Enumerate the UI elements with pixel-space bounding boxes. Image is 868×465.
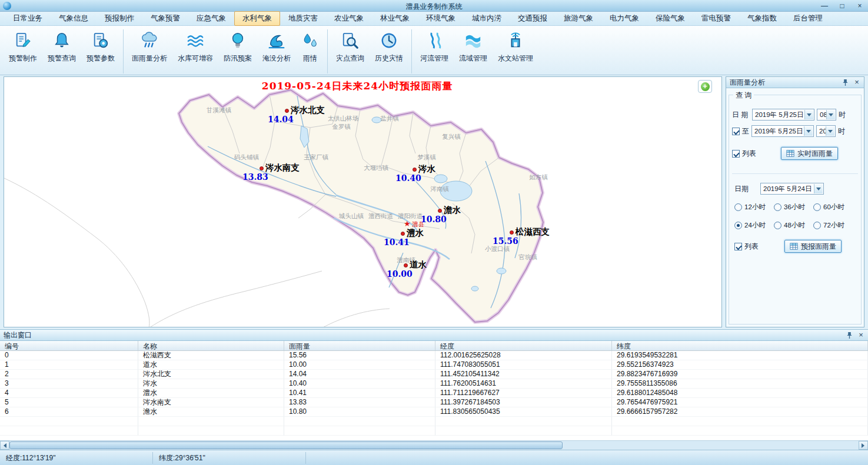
menu-item[interactable]: 气象指数 xyxy=(739,11,785,26)
duration-radio-option[interactable]: 60小时 xyxy=(813,198,853,216)
maximize-button[interactable]: □ xyxy=(837,1,847,11)
table-row[interactable]: 1 道水 10.00 111.747083055051 29.552156374… xyxy=(0,360,868,370)
chevron-down-icon[interactable] xyxy=(826,110,835,119)
toolbar-button[interactable]: 雨情 xyxy=(296,29,328,73)
radio-icon[interactable] xyxy=(734,203,742,211)
menu-item[interactable]: 气象信息 xyxy=(51,11,97,26)
radio-icon[interactable] xyxy=(774,203,781,211)
duration-radio-option[interactable]: 36小时 xyxy=(774,198,813,216)
zoom-in-button[interactable]: + xyxy=(698,80,712,93)
menu-item[interactable]: 农业气象 xyxy=(326,11,372,26)
panel-close-icon[interactable]: × xyxy=(853,79,860,86)
toolbar-button[interactable]: 预警查询 xyxy=(42,29,81,73)
duration-radio-option[interactable]: 24小时 xyxy=(734,216,774,235)
table-row[interactable]: 0 松滋西支 15.56 112.001625625028 29.6193549… xyxy=(0,351,868,360)
column-header[interactable]: 编号 xyxy=(0,341,138,350)
radio-icon[interactable] xyxy=(813,203,821,211)
menu-item[interactable]: 日常业务 xyxy=(5,11,51,26)
radio-icon[interactable] xyxy=(813,222,821,229)
toolbar-button[interactable]: 面雨量分析 xyxy=(127,29,172,73)
close-button[interactable]: × xyxy=(855,1,864,11)
station-dot[interactable] xyxy=(438,209,442,213)
end-hour-select[interactable]: 20 xyxy=(816,125,836,137)
cell-latitude: 29.6188012485048 xyxy=(612,389,868,398)
table-row[interactable]: 3 涔水 10.40 111.76200514631 29.7555811355… xyxy=(0,379,868,389)
duration-radio-option[interactable]: 12小时 xyxy=(734,198,774,216)
output-close-icon[interactable]: × xyxy=(857,332,864,339)
list-checkbox[interactable] xyxy=(732,150,740,158)
minimize-button[interactable]: — xyxy=(820,1,829,11)
pin-icon[interactable] xyxy=(846,332,853,339)
chevron-down-icon[interactable] xyxy=(804,126,813,136)
duration-radio-option[interactable]: 48小时 xyxy=(774,216,813,235)
town-label: 官垸镇 xyxy=(518,253,537,262)
horizontal-scrollbar[interactable] xyxy=(0,440,868,450)
duration-label: 48小时 xyxy=(784,221,805,230)
town-label: 城头山镇 xyxy=(339,212,364,220)
menu-item[interactable]: 水利气象 xyxy=(234,11,280,26)
column-header[interactable]: 经度 xyxy=(435,341,612,350)
toolbar-button[interactable]: 历史灾情 xyxy=(370,29,412,73)
end-date-select[interactable]: 2019年 5月25日 xyxy=(751,125,814,137)
realtime-rain-button[interactable]: 实时面雨量 xyxy=(781,147,838,160)
radio-icon[interactable] xyxy=(774,222,781,229)
toolbar-button[interactable]: 预警制作 xyxy=(4,29,42,73)
menu-item[interactable]: 环境气象 xyxy=(418,11,464,26)
list2-checkbox[interactable] xyxy=(734,243,742,250)
start-hour-select[interactable]: 08 xyxy=(817,109,836,121)
cell-latitude: 29.6666157957282 xyxy=(612,407,868,417)
menu-item[interactable]: 林业气象 xyxy=(372,11,418,26)
menu-item[interactable]: 应急气象 xyxy=(188,11,234,26)
scroll-left-button[interactable] xyxy=(0,441,9,450)
station-dot[interactable] xyxy=(260,166,264,170)
chevron-down-icon[interactable] xyxy=(826,126,834,136)
station-rainfall-value: 14.04 xyxy=(268,115,294,124)
toolbar-button[interactable]: 水库可增容 xyxy=(172,29,218,73)
menu-item[interactable]: 气象预警 xyxy=(142,11,188,26)
scrollbar-thumb[interactable] xyxy=(9,441,563,449)
toolbar-button[interactable]: 预警参数 xyxy=(81,29,124,73)
toolbar-button[interactable]: 灾点查询 xyxy=(331,29,370,73)
cell-id: 6 xyxy=(0,407,138,417)
menu-item[interactable]: 雷电预警 xyxy=(693,11,739,26)
menu-item[interactable]: 预报制作 xyxy=(97,11,142,26)
menu-item[interactable]: 保险气象 xyxy=(647,11,693,26)
column-header[interactable]: 纬度 xyxy=(612,341,868,350)
column-header[interactable]: 面雨量 xyxy=(284,341,435,350)
station-dot[interactable] xyxy=(510,230,514,235)
chevron-down-icon[interactable] xyxy=(814,184,823,193)
map-canvas[interactable]: 2019-05-24日未来24小时预报面雨量 甘溪滩镇 太供山林场 金罗镇 盐井… xyxy=(4,76,722,327)
table-row[interactable]: 2 涔水北支 14.04 111.452105411342 29.8823476… xyxy=(0,370,868,379)
menu-bar: 日常业务 气象信息 预报制作 气象预警 应急气象 水利气象 地质灾害 农业气象 … xyxy=(0,12,868,26)
station-dot[interactable] xyxy=(404,263,408,267)
station-dot[interactable] xyxy=(401,232,405,236)
toolbar-button[interactable]: 水文站管理 xyxy=(493,29,538,73)
scroll-right-button[interactable] xyxy=(859,441,868,450)
menu-item[interactable]: 城市内涝 xyxy=(464,11,510,26)
menu-item[interactable]: 地质灾害 xyxy=(280,11,326,26)
to-checkbox[interactable] xyxy=(732,128,740,135)
menu-item[interactable]: 电力气象 xyxy=(601,11,647,26)
toolbar-button[interactable]: 流域管理 xyxy=(454,29,493,73)
forecast-date-select[interactable]: 2019年 5月24日 xyxy=(760,183,824,195)
station-dot[interactable] xyxy=(285,109,289,113)
query-group-label: 查 询 xyxy=(733,91,754,101)
menu-item[interactable]: 交通预报 xyxy=(510,11,556,26)
column-header[interactable]: 名称 xyxy=(138,341,284,350)
forecast-rain-button[interactable]: 预报面雨量 xyxy=(784,240,842,253)
toolbar-button[interactable]: 淹没分析 xyxy=(257,29,296,73)
toolbar-label: 灾点查询 xyxy=(336,53,364,63)
toolbar-button[interactable]: 河流管理 xyxy=(415,29,454,73)
radio-icon[interactable] xyxy=(734,222,742,229)
menu-item[interactable]: 旅游气象 xyxy=(556,11,601,26)
table-row[interactable]: 5 涔水南支 13.83 111.397267184503 29.7654476… xyxy=(0,398,868,407)
duration-radio-option[interactable]: 72小时 xyxy=(813,216,853,235)
menu-item[interactable]: 后台管理 xyxy=(785,11,831,26)
station-dot[interactable] xyxy=(413,168,417,172)
pin-icon[interactable] xyxy=(842,79,849,86)
table-row[interactable]: 6 澹水 10.80 111.830565050435 29.666615795… xyxy=(0,407,868,417)
toolbar-button[interactable]: 防汛预案 xyxy=(218,29,257,73)
start-date-select[interactable]: 2019年 5月25日 xyxy=(752,109,814,121)
table-row[interactable]: 4 澧水 10.41 111.711219667627 29.618801248… xyxy=(0,389,868,398)
chevron-down-icon[interactable] xyxy=(804,110,813,119)
